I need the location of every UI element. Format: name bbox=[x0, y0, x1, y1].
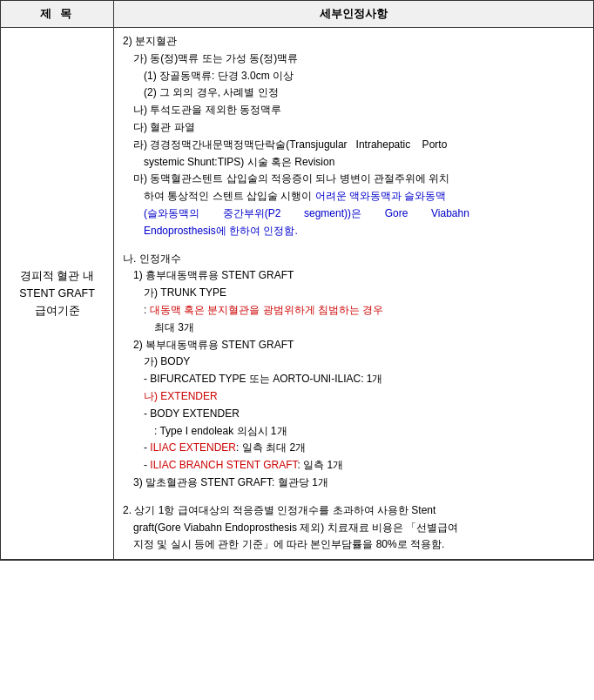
item-1: (1) 장골동맥류: 단경 3.0cm 이상 bbox=[144, 68, 584, 85]
table-header: 제 목 세부인정사항 bbox=[1, 1, 593, 28]
item-2: (2) 그 외의 경우, 사례별 인정 bbox=[144, 84, 584, 102]
section2-2b2: - ILIAC EXTENDER: 일측 최대 2개 bbox=[144, 440, 584, 457]
item-na: 나) 투석도관을 제외한 동정맥루 bbox=[133, 102, 584, 119]
main-table: 제 목 세부인정사항 경피적 혈관 내STENT GRAFT급여기준 2) 분지… bbox=[0, 0, 594, 561]
body-row: 경피적 혈관 내STENT GRAFT급여기준 2) 분지혈관 가) 동(정)맥… bbox=[1, 28, 593, 560]
section3-3: 지정 및 실시 등에 관한 기준」에 따라 본인부담률을 80%로 적용함. bbox=[133, 536, 584, 554]
right-content: 2) 분지혈관 가) 동(정)맥류 또는 가성 동(정)맥류 (1) 장골동맥류… bbox=[114, 28, 593, 559]
section2-2b: 나) EXTENDER bbox=[144, 388, 584, 406]
section3-1: 2. 상기 1항 급여대상의 적응증별 인정개수를 초과하여 사용한 Stent bbox=[123, 502, 584, 520]
item-ra: 라) 경경정맥간내문맥정맥단락술(Transjugular Intrahepat… bbox=[133, 137, 584, 154]
content-block: 2) 분지혈관 가) 동(정)맥류 또는 가성 동(정)맥류 (1) 장골동맥류… bbox=[123, 33, 584, 554]
section2-2b1: - BODY EXTENDER bbox=[144, 406, 584, 423]
section2-1a: 가) TRUNK TYPE bbox=[144, 285, 584, 302]
section2-2a: 가) BODY bbox=[144, 353, 584, 371]
header-col2: 세부인정사항 bbox=[114, 1, 593, 27]
section2-1a-max: 최대 3개 bbox=[154, 320, 584, 337]
left-label: 경피적 혈관 내STENT GRAFT급여기준 bbox=[1, 28, 114, 559]
section2-2b3: - ILIAC BRANCH STENT GRAFT: 일측 1개 bbox=[144, 457, 584, 475]
section2-title: 나. 인정개수 bbox=[123, 251, 584, 268]
item-ga: 가) 동(정)맥류 또는 가성 동(정)맥류 bbox=[133, 50, 584, 68]
section2-2: 2) 복부대동맥류용 STENT GRAFT bbox=[133, 337, 584, 354]
section2-1a-detail: : 대동맥 혹은 분지혈관을 광범위하게 침범하는 경우 bbox=[144, 302, 584, 320]
item-ma4: Endoprosthesis에 한하여 인정함. bbox=[144, 223, 584, 240]
section2-2b1a: : Type I endoleak 의심시 1개 bbox=[154, 423, 584, 441]
section1-title: 2) 분지혈관 bbox=[123, 33, 584, 50]
section2-2a-detail: - BIFURCATED TYPE 또는 AORTO-UNI-ILIAC: 1개 bbox=[144, 371, 584, 388]
item-ra2: systemic Shunt:TIPS) 시술 혹은 Revision bbox=[144, 154, 584, 172]
section3-2: graft(Gore Viabahn Endoprosthesis 제외) 치료… bbox=[133, 520, 584, 537]
header-col1: 제 목 bbox=[1, 1, 114, 27]
section2-3: 3) 말초혈관용 STENT GRAFT: 혈관당 1개 bbox=[133, 475, 584, 492]
item-da: 다) 혈관 파열 bbox=[133, 119, 584, 137]
section2-1: 1) 흉부대동맥류용 STENT GRAFT bbox=[133, 267, 584, 285]
item-ma1: 마) 동맥혈관스텐트 삽입술의 적응증이 되나 병변이 관절주위에 위치 bbox=[133, 171, 584, 188]
item-ma2: 하여 통상적인 스텐트 삽입술 시행이 어려운 액와동맥과 슬와동맥 bbox=[144, 188, 584, 205]
item-ma3: (슬와동맥의 중간부위(P2 segment))은 Gore Viabahn bbox=[144, 205, 584, 223]
